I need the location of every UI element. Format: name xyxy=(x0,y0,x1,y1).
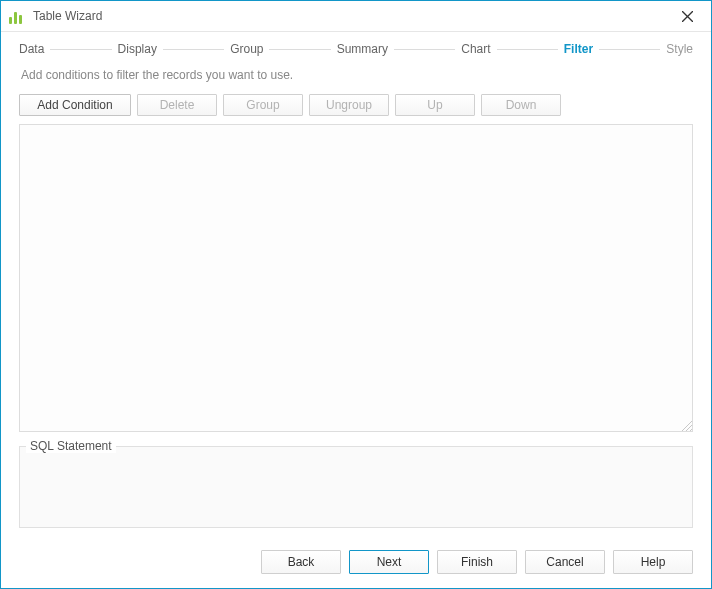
wizard-body: Add Condition Delete Group Ungroup Up Do… xyxy=(1,84,711,540)
step-summary[interactable]: Summary xyxy=(337,42,388,56)
table-wizard-window: Table Wizard Data Display Group Summary … xyxy=(0,0,712,589)
step-display[interactable]: Display xyxy=(118,42,157,56)
step-data[interactable]: Data xyxy=(19,42,44,56)
titlebar: Table Wizard xyxy=(1,1,711,32)
delete-button: Delete xyxy=(137,94,217,116)
step-separator xyxy=(394,49,455,50)
filter-toolbar: Add Condition Delete Group Ungroup Up Do… xyxy=(19,94,693,116)
step-group[interactable]: Group xyxy=(230,42,263,56)
add-condition-button[interactable]: Add Condition xyxy=(19,94,131,116)
conditions-list[interactable] xyxy=(19,124,693,432)
finish-button[interactable]: Finish xyxy=(437,550,517,574)
cancel-button[interactable]: Cancel xyxy=(525,550,605,574)
sql-statement-legend: SQL Statement xyxy=(26,439,116,453)
up-button: Up xyxy=(395,94,475,116)
step-chart[interactable]: Chart xyxy=(461,42,490,56)
group-button: Group xyxy=(223,94,303,116)
svg-line-4 xyxy=(690,429,692,431)
window-title: Table Wizard xyxy=(33,9,669,23)
wizard-footer: Back Next Finish Cancel Help xyxy=(1,540,711,588)
close-button[interactable] xyxy=(669,2,705,30)
step-separator xyxy=(269,49,330,50)
ungroup-button: Ungroup xyxy=(309,94,389,116)
next-button[interactable]: Next xyxy=(349,550,429,574)
step-separator xyxy=(599,49,660,50)
sql-statement-panel: SQL Statement xyxy=(19,446,693,528)
help-button[interactable]: Help xyxy=(613,550,693,574)
step-separator xyxy=(50,49,111,50)
wizard-steps: Data Display Group Summary Chart Filter … xyxy=(1,32,711,62)
step-filter[interactable]: Filter xyxy=(564,42,593,56)
step-separator xyxy=(163,49,224,50)
down-button: Down xyxy=(481,94,561,116)
wizard-description: Add conditions to filter the records you… xyxy=(1,62,711,84)
back-button[interactable]: Back xyxy=(261,550,341,574)
close-icon xyxy=(682,11,693,22)
resize-grip[interactable] xyxy=(678,417,692,431)
step-style[interactable]: Style xyxy=(666,42,693,56)
step-separator xyxy=(497,49,558,50)
resize-grip-icon xyxy=(678,417,692,431)
app-icon xyxy=(9,8,25,24)
